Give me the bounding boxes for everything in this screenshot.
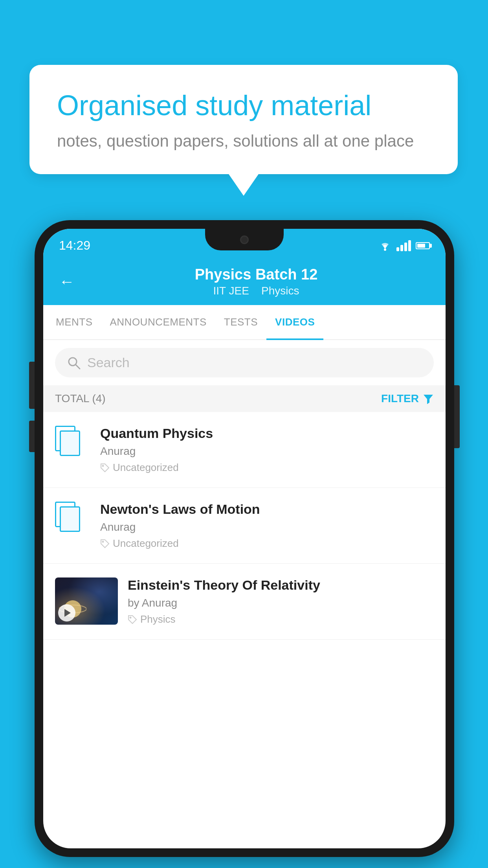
subtitle-tag2: Physics — [261, 285, 299, 297]
tag-icon — [100, 463, 110, 473]
subtitle-tag1: IIT JEE — [213, 285, 249, 297]
list-item[interactable]: Newton's Laws of Motion Anurag Uncategor… — [43, 488, 446, 564]
total-count: TOTAL (4) — [55, 392, 106, 405]
search-icon — [67, 356, 81, 370]
back-button[interactable]: ← — [59, 273, 75, 291]
document-icon — [55, 426, 90, 461]
signal-icon — [396, 240, 411, 251]
video-thumbnail — [55, 577, 118, 625]
tab-videos[interactable]: VIDEOS — [266, 305, 323, 339]
tag-label: Uncategorized — [113, 462, 179, 474]
wifi-icon — [378, 240, 392, 251]
play-triangle — [64, 609, 71, 617]
svg-line-2 — [76, 365, 80, 369]
video-title: Newton's Laws of Motion — [100, 502, 434, 517]
video-title: Quantum Physics — [100, 426, 434, 441]
battery-icon — [416, 242, 430, 249]
video-author: by Anurag — [128, 597, 434, 609]
tabs-bar: MENTS ANNOUNCEMENTS TESTS VIDEOS — [43, 305, 446, 340]
status-icons — [378, 240, 430, 251]
tab-announcements[interactable]: ANNOUNCEMENTS — [101, 305, 215, 339]
tab-ments[interactable]: MENTS — [47, 305, 101, 339]
status-time: 14:29 — [59, 238, 90, 253]
list-item[interactable]: Quantum Physics Anurag Uncategorized — [43, 412, 446, 488]
video-info: Quantum Physics Anurag Uncategorized — [100, 426, 434, 474]
bubble-subtitle: notes, question papers, solutions all at… — [57, 132, 430, 151]
document-icon — [55, 502, 90, 537]
video-tag: Uncategorized — [100, 462, 434, 474]
video-tag: Uncategorized — [100, 537, 434, 550]
video-info: Einstein's Theory Of Relativity by Anura… — [128, 577, 434, 625]
svg-point-0 — [384, 248, 386, 251]
bubble-title: Organised study material — [57, 88, 430, 122]
power-button — [454, 385, 460, 448]
app-header: ← Physics Batch 12 IIT JEE Physics — [43, 258, 446, 305]
video-title: Einstein's Theory Of Relativity — [128, 577, 434, 593]
svg-point-7 — [130, 617, 131, 618]
search-container: Search — [43, 340, 446, 385]
phone-screen: 14:29 — [43, 229, 446, 848]
filter-bar: TOTAL (4) FILTER — [43, 385, 446, 412]
video-author: Anurag — [100, 445, 434, 458]
phone-shell: 14:29 — [35, 220, 454, 857]
search-placeholder: Search — [87, 355, 130, 370]
header-title-block: Physics Batch 12 IIT JEE Physics — [83, 266, 430, 297]
filter-label: FILTER — [381, 392, 419, 405]
camera — [240, 235, 249, 244]
list-item[interactable]: Einstein's Theory Of Relativity by Anura… — [43, 564, 446, 640]
notch — [205, 229, 284, 250]
video-tag: Physics — [128, 613, 434, 625]
play-button[interactable] — [58, 604, 75, 622]
video-author: Anurag — [100, 521, 434, 533]
filter-icon — [423, 393, 434, 404]
tag-icon — [128, 615, 137, 624]
tag-icon — [100, 539, 110, 548]
search-box[interactable]: Search — [55, 348, 434, 377]
filter-button[interactable]: FILTER — [381, 392, 434, 405]
volume-button — [29, 421, 35, 452]
batch-subtitle: IIT JEE Physics — [83, 285, 430, 297]
video-info: Newton's Laws of Motion Anurag Uncategor… — [100, 502, 434, 550]
tag-label: Uncategorized — [113, 537, 179, 550]
phone-wrapper: 14:29 — [35, 220, 454, 857]
tab-tests[interactable]: TESTS — [215, 305, 266, 339]
tag-label: Physics — [140, 613, 176, 625]
batch-title: Physics Batch 12 — [83, 266, 430, 283]
video-list: Quantum Physics Anurag Uncategorized — [43, 412, 446, 640]
svg-point-3 — [103, 465, 104, 466]
svg-point-4 — [103, 541, 104, 542]
speech-bubble: Organised study material notes, question… — [29, 65, 458, 174]
